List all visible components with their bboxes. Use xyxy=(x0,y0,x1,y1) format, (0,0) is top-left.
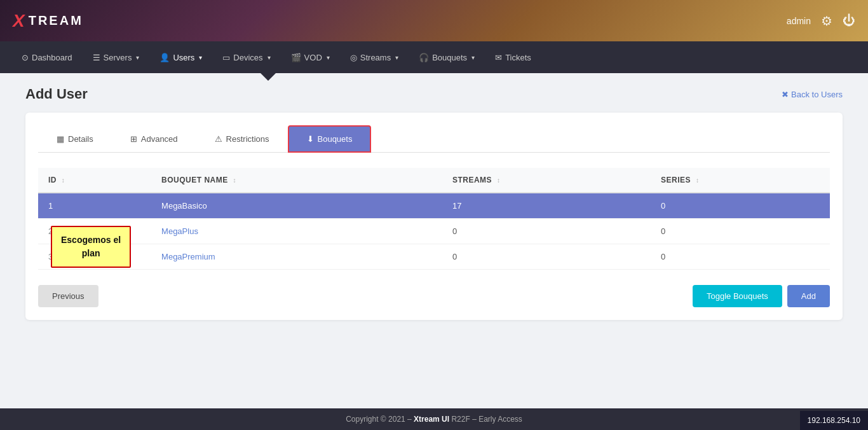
series-sort-icon: ↕ xyxy=(696,177,700,184)
tab-bar: ▦ Details ⊞ Advanced ⚠ Restrictions ⬇ Bo… xyxy=(38,125,830,153)
id-sort-icon: ↕ xyxy=(62,177,65,184)
add-button[interactable]: Add xyxy=(787,285,830,307)
bouquet-link[interactable]: MegaPremium xyxy=(161,252,215,261)
right-buttons: Toggle Bouquets Add xyxy=(693,285,830,307)
cell-streams: 17 xyxy=(442,193,651,219)
nav-dashboard[interactable]: ⊙ Dashboard xyxy=(13,48,81,67)
nav-users-label: Users xyxy=(173,53,194,62)
dashboard-icon: ⊙ xyxy=(22,53,29,62)
nav-tickets-label: Tickets xyxy=(505,53,531,62)
col-id: ID ↕ xyxy=(38,168,151,193)
nav-vod[interactable]: 🎬 VOD ▾ xyxy=(282,48,339,67)
toggle-bouquets-button[interactable]: Toggle Bouquets xyxy=(693,285,782,307)
header: X TREAM admin ⚙ ⏻ xyxy=(0,0,868,41)
logo-text: TREAM xyxy=(29,13,83,28)
streams-sort-icon: ↕ xyxy=(497,177,501,184)
header-right: admin ⚙ ⏻ xyxy=(787,13,855,29)
devices-chevron: ▾ xyxy=(268,54,271,61)
back-icon: ✖ xyxy=(782,90,789,99)
advanced-tab-icon: ⊞ xyxy=(130,134,137,144)
nav-bouquets-label: Bouquets xyxy=(432,53,467,62)
nav-servers-label: Servers xyxy=(104,53,132,62)
streams-icon: ◎ xyxy=(350,53,357,62)
footer-copy: Copyright © 2021 – xyxy=(346,415,414,424)
footer: Copyright © 2021 – Xtream UI R22F – Earl… xyxy=(0,408,868,430)
nav-bouquets[interactable]: 🎧 Bouquets ▾ xyxy=(410,48,484,67)
servers-icon: ☰ xyxy=(93,53,100,62)
cell-series: 0 xyxy=(651,219,830,244)
bouquets-table-container: ID ↕ BOUQUET NAME ↕ STREAMS ↕ SERIES ↕ xyxy=(38,168,830,270)
servers-chevron: ▾ xyxy=(136,54,139,61)
advanced-tab-label: Advanced xyxy=(141,134,178,144)
nav-tickets[interactable]: ✉ Tickets xyxy=(486,48,540,67)
name-sort-icon: ↕ xyxy=(233,177,237,184)
logo-x-letter: X xyxy=(13,11,25,31)
cell-series: 0 xyxy=(651,193,830,219)
back-to-users-link[interactable]: ✖ Back to Users xyxy=(782,90,843,99)
col-series: SERIES ↕ xyxy=(651,168,830,193)
previous-button[interactable]: Previous xyxy=(38,285,98,307)
bouquets-table: ID ↕ BOUQUET NAME ↕ STREAMS ↕ SERIES ↕ xyxy=(38,168,830,270)
cell-streams: 0 xyxy=(442,219,651,244)
vod-chevron: ▾ xyxy=(327,54,330,61)
cell-name: MegaPremium xyxy=(151,244,442,270)
devices-icon: ▭ xyxy=(222,53,230,62)
bouquets-icon: 🎧 xyxy=(419,53,429,62)
footer-brand: Xtream UI xyxy=(414,415,449,424)
footer-ip: 192.168.254.10 xyxy=(800,411,868,430)
nav-streams[interactable]: ◎ Streams ▾ xyxy=(341,48,407,67)
tickets-icon: ✉ xyxy=(495,53,502,62)
bouquet-link[interactable]: MegaBasico xyxy=(161,201,207,211)
annotation-line1: Escogemos el xyxy=(61,235,121,245)
logo: X TREAM xyxy=(13,11,83,31)
restrictions-tab-label: Restrictions xyxy=(226,134,269,144)
page-header: Add User ✖ Back to Users xyxy=(25,86,843,102)
bouquets-chevron: ▾ xyxy=(471,54,475,61)
cell-name: MegaBasico xyxy=(151,193,442,219)
vod-icon: 🎬 xyxy=(291,53,301,62)
cell-streams: 0 xyxy=(442,244,651,270)
power-icon[interactable]: ⏻ xyxy=(843,13,855,28)
nav-vod-label: VOD xyxy=(304,53,322,62)
table-row[interactable]: 2 MegaPlus 0 0 xyxy=(38,219,830,244)
restrictions-tab-icon: ⚠ xyxy=(215,134,222,144)
settings-icon[interactable]: ⚙ xyxy=(821,13,832,29)
action-bar: Previous Toggle Bouquets Add xyxy=(38,285,830,307)
bouquets-tab-icon: ⬇ xyxy=(307,134,314,144)
nav-streams-label: Streams xyxy=(360,53,391,62)
cell-name: MegaPlus xyxy=(151,219,442,244)
col-streams: STREAMS ↕ xyxy=(442,168,651,193)
table-row[interactable]: 1 MegaBasico 17 0 xyxy=(38,193,830,219)
annotation-line2: plan xyxy=(82,248,100,258)
tab-restrictions[interactable]: ⚠ Restrictions xyxy=(196,125,288,153)
tab-details[interactable]: ▦ Details xyxy=(38,125,112,153)
nav-servers[interactable]: ☰ Servers ▾ xyxy=(84,48,149,67)
nav-devices-label: Devices xyxy=(233,53,262,62)
details-tab-icon: ▦ xyxy=(57,134,64,144)
table-body: 1 MegaBasico 17 0 2 MegaPlus 0 0 3 MegaP… xyxy=(38,193,830,270)
users-chevron: ▾ xyxy=(199,54,202,61)
col-bouquet-name: BOUQUET NAME ↕ xyxy=(151,168,442,193)
nav-dropdown-arrow xyxy=(261,73,276,81)
page-title: Add User xyxy=(25,86,88,102)
nav-users[interactable]: 👤 Users ▾ xyxy=(151,48,211,67)
table-header-row: ID ↕ BOUQUET NAME ↕ STREAMS ↕ SERIES ↕ xyxy=(38,168,830,193)
bouquets-tab-label: Bouquets xyxy=(318,134,353,144)
tab-advanced[interactable]: ⊞ Advanced xyxy=(112,125,196,153)
users-icon: 👤 xyxy=(159,53,170,62)
nav-dashboard-label: Dashboard xyxy=(32,53,72,62)
cell-id: 1 xyxy=(38,193,151,219)
nav-devices[interactable]: ▭ Devices ▾ xyxy=(214,48,279,67)
table-row[interactable]: 3 MegaPremium 0 0 xyxy=(38,244,830,270)
cell-series: 0 xyxy=(651,244,830,270)
streams-chevron: ▾ xyxy=(395,54,398,61)
footer-version: R22F – Early Access xyxy=(451,415,522,424)
tab-bouquets[interactable]: ⬇ Bouquets xyxy=(288,125,372,153)
admin-label: admin xyxy=(787,16,811,26)
details-tab-label: Details xyxy=(68,134,93,144)
back-link-label: Back to Users xyxy=(791,90,843,99)
annotation-box: Escogemos el plan xyxy=(51,226,131,268)
main-card: ▦ Details ⊞ Advanced ⚠ Restrictions ⬇ Bo… xyxy=(25,113,843,320)
bouquet-link[interactable]: MegaPlus xyxy=(161,226,198,236)
navbar: ⊙ Dashboard ☰ Servers ▾ 👤 Users ▾ ▭ Devi… xyxy=(0,41,868,73)
